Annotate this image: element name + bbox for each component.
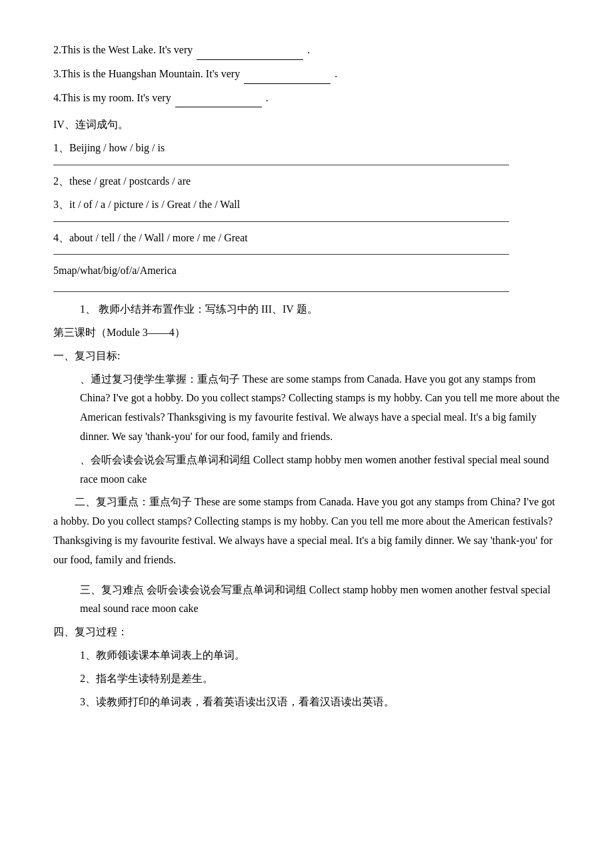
sentence-4: 4.This is my room. It's very . xyxy=(53,88,560,108)
process-item2: 2、指名学生读特别是差生。 xyxy=(53,669,560,689)
section1-item1-text: 、通过复习使学生掌握：重点句子 These are some stamps fr… xyxy=(80,373,560,442)
section4-process-heading: 四、复习过程： xyxy=(53,623,560,642)
sentence-4-end: . xyxy=(266,92,269,103)
section1-heading: 一、复习目标: xyxy=(53,347,560,366)
item5-words: 5map/what/big/of/a/America xyxy=(53,265,177,276)
word-order-item-4: 4、about / tell / the / Wall / more / me … xyxy=(53,229,560,248)
sentence-2-end: . xyxy=(307,44,310,55)
process-item1: 1、教师领读课本单词表上的单词。 xyxy=(53,646,560,665)
divider-4 xyxy=(53,291,509,292)
divider-2 xyxy=(53,221,509,222)
sentence-2-text: 2.This is the West Lake. It's very xyxy=(53,44,193,55)
lesson3-title: 第三课时（Module 3——4） xyxy=(53,323,560,343)
blank-3 xyxy=(244,64,330,84)
divider-3 xyxy=(53,254,509,255)
item1-num: 1 xyxy=(53,142,59,153)
section1-item2-text: 、会听会读会说会写重点单词和词组 Collect stamp hobby men… xyxy=(80,454,549,485)
item1-words: 、Beijing / how / big / is xyxy=(59,142,165,153)
section4-process-label: 四、复习过程： xyxy=(53,626,128,637)
item2-num: 2 xyxy=(53,175,59,187)
section3-label: 三、复习难点 xyxy=(80,584,144,595)
section2-text: 二、复习重点：重点句子 These are some stamps from C… xyxy=(53,496,555,565)
lesson3-title-text: 第三课时（Module 3——4） xyxy=(53,327,185,338)
section1-label: 一、复习目标: xyxy=(53,350,120,361)
sentence-3-end: . xyxy=(334,68,337,79)
sentence-3-text: 3.This is the Huangshan Mountain. It's v… xyxy=(53,68,240,79)
item2-words: 、these / great / postcards / are xyxy=(59,175,191,187)
word-order-item-3: 3、it / of / a / picture / is / Great / t… xyxy=(53,195,560,215)
teacher-note-text: 教师小结并布置作业：写练习中的 III、IV 题。 xyxy=(99,303,318,315)
sentence-4-text: 4.This is my room. It's very xyxy=(53,92,171,103)
item4-num: 4 xyxy=(53,232,59,243)
process-item1-text: 1、教师领读课本单词表上的单词。 xyxy=(80,649,245,661)
word-order-item-1: 1、Beijing / how / big / is xyxy=(53,139,560,158)
process-item2-text: 2、指名学生读特别是差生。 xyxy=(80,673,213,684)
blank-2 xyxy=(197,40,303,60)
section1-item1: 、通过复习使学生掌握：重点句子 These are some stamps fr… xyxy=(53,370,560,447)
process-item3-text: 3、读教师打印的单词表，看着英语读出汉语，看着汉语读出英语。 xyxy=(80,696,394,707)
section4-label: IV、连词成句。 xyxy=(53,119,129,130)
divider-1 xyxy=(53,165,509,165)
word-order-item-5: 5map/what/big/of/a/America xyxy=(53,261,560,281)
sentence-3: 3.This is the Huangshan Mountain. It's v… xyxy=(53,64,560,84)
section3-text: 会听会读会说会写重点单词和词组 Collect stamp hobby men … xyxy=(80,584,550,615)
main-content: 2.This is the West Lake. It's very . 3.T… xyxy=(53,40,560,711)
section4-heading: IV、连词成句。 xyxy=(53,115,560,135)
sentence-2: 2.This is the West Lake. It's very . xyxy=(53,40,560,60)
word-order-item-2: 2、these / great / postcards / are xyxy=(53,172,560,191)
blank-4 xyxy=(175,88,262,108)
section2: 二、复习重点：重点句子 These are some stamps from C… xyxy=(53,493,560,569)
teacher-note: 1、 教师小结并布置作业：写练习中的 III、IV 题。 xyxy=(53,300,560,319)
item3-words: 、it / of / a / picture / is / Great / th… xyxy=(59,199,240,210)
item3-num: 3 xyxy=(53,199,59,210)
item4-words: 、about / tell / the / Wall / more / me /… xyxy=(59,232,248,243)
process-item3: 3、读教师打印的单词表，看着英语读出汉语，看着汉语读出英语。 xyxy=(53,693,560,712)
teacher-note-label: 1、 xyxy=(80,303,96,315)
section3: 三、复习难点 会听会读会说会写重点单词和词组 Collect stamp hob… xyxy=(53,581,560,619)
section1-item2: 、会听会读会说会写重点单词和词组 Collect stamp hobby men… xyxy=(53,451,560,489)
